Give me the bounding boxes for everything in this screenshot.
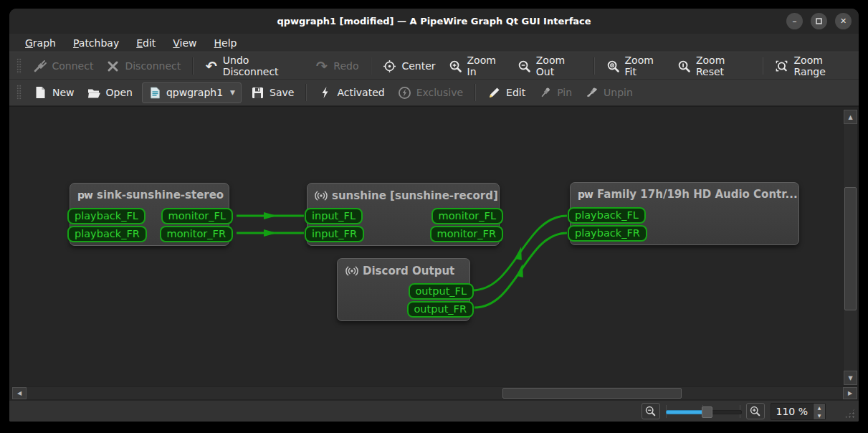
edit-button[interactable]: Edit [481, 82, 532, 103]
port-output_FL[interactable]: output_FL [409, 283, 474, 300]
open-label: Open [106, 87, 133, 98]
qpwgraph-window: qpwgraph1 [modified] — A PipeWire Graph … [9, 9, 859, 422]
menu-view[interactable]: View [166, 35, 204, 51]
menu-graph[interactable]: Graph [18, 35, 63, 51]
zoom-reset-icon [677, 60, 691, 73]
new-button[interactable]: New [27, 82, 81, 103]
redo-button[interactable]: ↷ Redo [308, 56, 365, 77]
toolbar-drag-handle[interactable] [16, 85, 22, 100]
menu-edit[interactable]: Edit [129, 35, 163, 51]
zoom-out-button[interactable]: Zoom Out [511, 51, 588, 81]
connection-wires [9, 107, 859, 401]
zoom-in-small-button[interactable] [746, 403, 765, 419]
horizontal-scroll-thumb[interactable] [502, 388, 682, 399]
patchbay-session-combo[interactable]: qpwgraph1 ▼ [142, 82, 242, 103]
window-resize-grip[interactable] [844, 409, 855, 419]
node-title: Family 17h/19h HD Audio Contr... [597, 188, 798, 201]
node-family-hd-audio[interactable]: pw Family 17h/19h HD Audio Contr... play… [570, 182, 799, 245]
node-discord-output[interactable]: Discord Output output_FL output_FR [337, 258, 470, 321]
scroll-up-button[interactable]: ▲ [844, 110, 857, 124]
center-button[interactable]: Center [376, 56, 442, 77]
port-playback_FL[interactable]: playback_FL [568, 207, 646, 224]
graph-canvas[interactable]: pw sink-sunshine-stereo playback_FL play… [9, 106, 859, 401]
edit-label: Edit [506, 87, 525, 98]
pipewire-icon: pw [77, 189, 92, 201]
toolbar-drag-handle[interactable] [16, 58, 22, 74]
maximize-button[interactable] [811, 13, 827, 29]
window-title: qpwgraph1 [modified] — A PipeWire Graph … [277, 16, 591, 27]
zoom-range-label: Zoom Range [793, 54, 852, 77]
horizontal-scrollbar[interactable]: ◀ ▶ [11, 386, 858, 400]
unpin-button[interactable]: Unpin [578, 82, 639, 103]
port-input_FL[interactable]: input_FL [305, 208, 363, 224]
zoom-fit-icon [606, 60, 620, 73]
port-playback_FL[interactable]: playback_FL [67, 208, 146, 224]
disconnect-button[interactable]: Disconnect [100, 56, 187, 77]
zoom-range-icon [775, 60, 788, 73]
port-input_FR[interactable]: input_FR [305, 226, 364, 242]
undo-disconnect-button[interactable]: ↶ Undo Disconnect [199, 51, 308, 81]
zoom-slider-handle[interactable] [702, 406, 712, 418]
node-title: sunshine [sunshine-record] [332, 189, 498, 202]
zoom-out-icon [518, 60, 531, 73]
open-button[interactable]: Open [81, 82, 139, 103]
port-monitor_FR[interactable]: monitor_FR [160, 226, 233, 242]
node-sink-sunshine-stereo[interactable]: pw sink-sunshine-stereo playback_FL play… [70, 183, 229, 246]
graph-toolbar: Connect Disconnect ↶ Undo Disconnect ↷ R… [9, 53, 859, 80]
port-playback_FR[interactable]: playback_FR [568, 225, 647, 242]
unpin-icon [585, 86, 598, 100]
zoom-out-small-button[interactable] [642, 403, 660, 419]
exclusive-button[interactable]: Exclusive [391, 82, 469, 103]
pin-button[interactable]: Pin [532, 82, 578, 103]
menu-bar: Graph Patchbay Edit View Help [9, 34, 859, 52]
toolbar-separator [192, 57, 194, 75]
close-button[interactable]: ✕ [835, 13, 852, 29]
zoom-in-button[interactable]: Zoom In [442, 51, 511, 81]
zoom-fit-button[interactable]: Zoom Fit [600, 51, 671, 81]
zoom-in-icon [449, 60, 462, 73]
maximize-icon [816, 18, 822, 24]
center-icon [383, 60, 396, 73]
save-icon [251, 86, 264, 100]
patchbay-toolbar: New Open qpwgraph1 ▼ Save Activat [9, 80, 859, 106]
zoom-reset-button[interactable]: Zoom Reset [671, 51, 758, 81]
exclusive-bolt-icon [398, 86, 411, 100]
node-sunshine-record[interactable]: sunshine [sunshine-record] input_FL inpu… [307, 183, 500, 246]
edit-pencil-icon [487, 86, 501, 100]
minimize-button[interactable]: – [786, 13, 803, 29]
port-output_FR[interactable]: output_FR [407, 301, 474, 318]
undo-icon: ↶ [205, 60, 218, 73]
zoom-range-button[interactable]: Zoom Range [768, 51, 859, 81]
title-bar[interactable]: qpwgraph1 [modified] — A PipeWire Graph … [9, 9, 859, 34]
port-monitor_FR[interactable]: monitor_FR [430, 226, 503, 242]
connect-button[interactable]: Connect [27, 56, 100, 77]
redo-label: Redo [333, 60, 358, 72]
menu-patchbay[interactable]: Patchbay [66, 35, 126, 51]
zoom-slider[interactable] [666, 404, 740, 419]
toolbar-separator [593, 57, 595, 75]
menu-help[interactable]: Help [207, 35, 244, 51]
node-title: sink-sunshine-stereo [97, 189, 224, 201]
pipewire-icon: pw [578, 189, 593, 200]
spin-up-button[interactable]: ▲ [814, 404, 825, 411]
save-button[interactable]: Save [244, 82, 300, 103]
port-monitor_FL[interactable]: monitor_FL [161, 208, 233, 224]
connect-icon [34, 60, 47, 73]
status-bar: 110 % ▲ ▼ [9, 401, 859, 422]
port-monitor_FL[interactable]: monitor_FL [431, 208, 503, 224]
scroll-left-button[interactable]: ◀ [12, 387, 27, 399]
zoom-percent-spinbox[interactable]: 110 % ▲ ▼ [771, 403, 826, 420]
node-title: Discord Output [363, 265, 454, 277]
vertical-scrollbar[interactable]: ▲ ▼ [843, 109, 858, 386]
toolbar-separator [474, 84, 476, 101]
scroll-down-button[interactable]: ▼ [844, 371, 857, 385]
patchbay-file-icon [148, 86, 162, 100]
activated-button[interactable]: Activated [312, 82, 391, 103]
port-playback_FR[interactable]: playback_FR [67, 226, 147, 242]
disconnect-icon [106, 60, 120, 73]
scroll-right-button[interactable]: ▶ [843, 387, 857, 399]
undo-disconnect-label: Undo Disconnect [223, 54, 302, 77]
zoom-fit-label: Zoom Fit [625, 54, 664, 77]
vertical-scroll-thumb[interactable] [844, 187, 857, 310]
spin-down-button[interactable]: ▼ [814, 411, 825, 419]
